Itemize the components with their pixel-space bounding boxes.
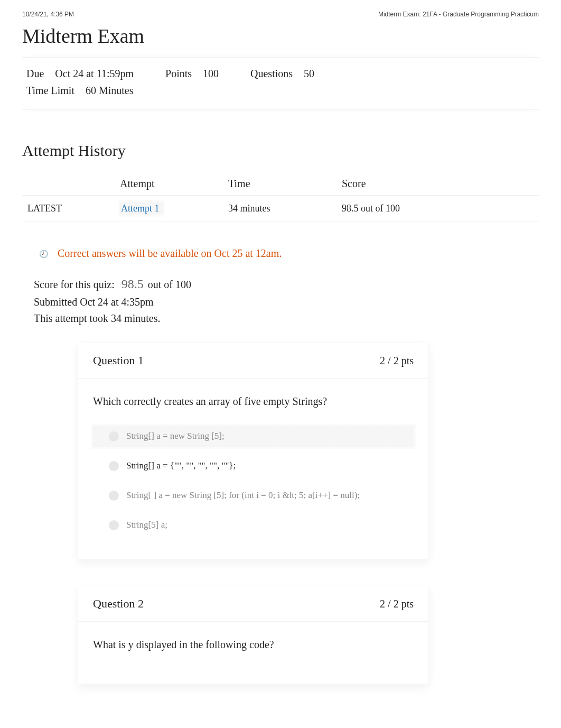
answer-text: String[] a = new String [5];	[126, 431, 225, 441]
answer-option: String[ ] a = new String [5]; for (int i…	[93, 485, 414, 506]
radio-icon	[109, 520, 119, 530]
attempt-history-table: Attempt Time Score LATEST Attempt 1 34 m…	[22, 172, 539, 222]
radio-icon	[109, 431, 119, 441]
question-title: Question 2	[93, 597, 144, 611]
meta-timelimit: Time Limit 60 Minutes	[26, 82, 134, 99]
answer-text: String[5] a;	[126, 520, 167, 530]
print-header: 10/24/21, 4:36 PM Midterm Exam: 21FA - G…	[22, 11, 539, 18]
attempt-history-heading: Attempt History	[22, 142, 539, 160]
answer-text: String[ ] a = new String [5]; for (int i…	[126, 490, 360, 501]
meta-questions-label: Questions	[250, 68, 293, 79]
meta-timelimit-value: 60 Minutes	[86, 85, 134, 96]
question-prompt: What is y displayed in the following cod…	[93, 639, 414, 651]
question-header: Question 2 2 / 2 pts	[78, 586, 428, 622]
print-doc-title: Midterm Exam: 21FA - Graduate Programmin…	[378, 11, 539, 18]
question-points: 2 / 2 pts	[380, 598, 414, 610]
meta-due: Due Oct 24 at 11:59pm	[26, 65, 134, 82]
question-card: Question 1 2 / 2 pts Which correctly cre…	[78, 343, 429, 559]
meta-points-label: Points	[165, 68, 192, 79]
answer-option: String[] a = {"", "", "", "", ""};	[93, 455, 414, 476]
quiz-meta: Due Oct 24 at 11:59pm Points 100 Questio…	[22, 57, 539, 110]
table-row: LATEST Attempt 1 34 minutes 98.5 out of …	[22, 196, 539, 222]
question-title: Question 1	[93, 354, 144, 367]
meta-points: Points 100	[165, 65, 219, 82]
page-title: Midterm Exam	[22, 24, 539, 48]
question-prompt: Which correctly creates an array of five…	[93, 395, 414, 408]
meta-questions: Questions 50	[250, 65, 314, 82]
question-points: 2 / 2 pts	[380, 355, 414, 367]
notice-text: Correct answers will be available on Oct…	[58, 247, 282, 260]
score-label: Score for this quiz:	[34, 279, 115, 290]
meta-due-value: Oct 24 at 11:59pm	[55, 68, 134, 79]
attempt-tag: LATEST	[22, 196, 120, 222]
score-value: 98.5	[121, 277, 144, 291]
attempt-score: 98.5 out of 100	[342, 196, 539, 222]
col-blank	[22, 172, 120, 196]
meta-questions-value: 50	[304, 68, 314, 79]
answers-available-notice: 🕗 Correct answers will be available on O…	[39, 247, 539, 260]
col-score: Score	[342, 172, 539, 196]
clock-icon: 🕗	[39, 250, 48, 258]
answer-option: String[5] a;	[93, 514, 414, 536]
question-card: Question 2 2 / 2 pts What is y displayed…	[78, 586, 429, 684]
submitted-text: Submitted Oct 24 at 4:35pm	[34, 294, 539, 310]
col-time: Time	[228, 172, 342, 196]
print-timestamp: 10/24/21, 4:36 PM	[22, 11, 74, 18]
meta-points-value: 100	[203, 68, 219, 79]
meta-timelimit-label: Time Limit	[26, 85, 74, 96]
score-suffix: out of 100	[148, 279, 191, 290]
quiz-summary: Score for this quiz: 98.5 out of 100 Sub…	[34, 274, 539, 327]
col-attempt: Attempt	[120, 172, 228, 196]
radio-icon	[109, 461, 119, 471]
meta-due-label: Due	[26, 68, 44, 79]
attempt-time: 34 minutes	[228, 196, 342, 222]
duration-text: This attempt took 34 minutes.	[34, 310, 539, 327]
radio-icon	[109, 491, 119, 501]
question-header: Question 1 2 / 2 pts	[78, 343, 428, 379]
attempt-link[interactable]: Attempt 1	[120, 202, 163, 215]
answer-option: String[] a = new String [5];	[93, 426, 414, 447]
answer-text: String[] a = {"", "", "", "", ""};	[126, 460, 236, 471]
